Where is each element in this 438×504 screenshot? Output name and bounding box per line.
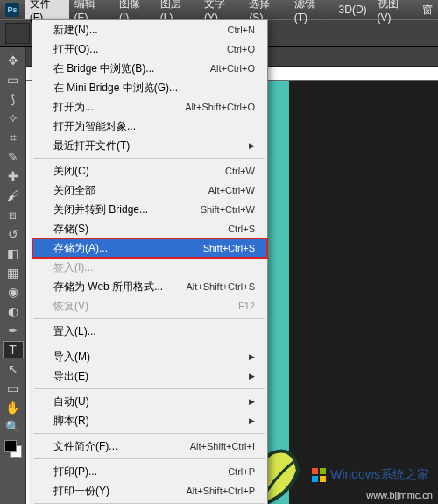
menuitem-label: 签入(I)...: [53, 260, 255, 275]
menuitem-label: 导出(E): [53, 369, 242, 384]
menu-3dd[interactable]: 3D(D): [334, 0, 372, 19]
menu-视图v[interactable]: 视图(V): [372, 0, 417, 19]
gradient-tool-icon[interactable]: ▦: [3, 264, 24, 281]
history-brush-icon[interactable]: ↺: [3, 225, 24, 243]
menu-图像i[interactable]: 图像(I): [114, 0, 155, 19]
lasso-tool-icon[interactable]: ⟆: [3, 90, 24, 108]
wand-tool-icon[interactable]: ✧: [3, 110, 24, 127]
menuitem-脚本r[interactable]: 脚本(R)▶: [32, 411, 267, 430]
crop-tool-icon[interactable]: ⌗: [3, 129, 24, 146]
dodge-tool-icon[interactable]: ◐: [3, 302, 24, 320]
menu-separator: [34, 158, 265, 159]
menuitem-label: 打开为智能对象...: [53, 119, 255, 134]
menuitem-label: 打开(O)...: [53, 42, 227, 57]
menubar: Ps 文件(F)编辑(E)图像(I)图层(L)文字(Y)选择(S)滤镜(T)3D…: [0, 0, 438, 19]
menuitem-label: 在 Bridge 中浏览(B)...: [53, 61, 210, 76]
menuitem-label: 关闭并转到 Bridge...: [53, 202, 201, 217]
menuitem-存储为web所用格式[interactable]: 存储为 Web 所用格式...Alt+Shift+Ctrl+S: [32, 277, 267, 296]
menuitem-label: 存储为(A)...: [53, 241, 203, 256]
hand-tool-icon[interactable]: ✋: [3, 399, 24, 416]
menuitem-新建n[interactable]: 新建(N)...Ctrl+N: [32, 20, 267, 39]
menuitem-label: 在 Mini Bridge 中浏览(G)...: [53, 81, 255, 96]
menuitem-label: 关闭(C): [53, 164, 225, 179]
menuitem-存储s[interactable]: 存储(S)Ctrl+S: [32, 219, 267, 238]
menuitem-打开o[interactable]: 打开(O)...Ctrl+O: [32, 39, 267, 59]
path-select-icon[interactable]: ↖: [3, 360, 24, 378]
menuitem-打开为智能对象[interactable]: 打开为智能对象...: [32, 117, 267, 136]
menuitem-自动u[interactable]: 自动(U)▶: [32, 392, 267, 411]
menu-separator: [34, 458, 265, 459]
menuitem-存储为a[interactable]: 存储为(A)...Shift+Ctrl+S: [32, 238, 267, 258]
svg-rect-1: [320, 468, 326, 474]
shape-tool-icon[interactable]: ▭: [3, 380, 24, 397]
svg-rect-0: [312, 468, 318, 474]
tools-panel: ✥ ▭ ⟆ ✧ ⌗ ✎ ✚ 🖌 ⧇ ↺ ◧ ▦ ◉ ◐ ✒ T ↖ ▭ ✋ 🔍: [0, 47, 26, 504]
menuitem-shortcut: Shift+Ctrl+W: [201, 204, 255, 215]
menuitem-label: 打开为...: [53, 100, 185, 115]
menuitem-label: 置入(L)...: [53, 324, 255, 339]
menuitem-label: 新建(N)...: [53, 23, 228, 38]
fg-color-swatch[interactable]: [4, 440, 17, 452]
menu-编辑e[interactable]: 编辑(E): [69, 0, 114, 19]
menuitem-shortcut: Alt+Shift+Ctrl+S: [186, 281, 255, 292]
type-tool-icon[interactable]: T: [3, 341, 24, 358]
submenu-arrow-icon: ▶: [249, 141, 255, 150]
menuitem-恢复v: 恢复(V)F12: [32, 296, 267, 316]
menuitem-在minibridge中浏览g[interactable]: 在 Mini Bridge 中浏览(G)...: [32, 78, 267, 97]
menu-separator: [34, 433, 265, 434]
heal-tool-icon[interactable]: ✚: [3, 167, 24, 185]
menuitem-导出e[interactable]: 导出(E)▶: [32, 366, 267, 386]
file-menu-dropdown: 新建(N)...Ctrl+N打开(O)...Ctrl+O在 Bridge 中浏览…: [32, 19, 268, 504]
menu-滤镜t[interactable]: 滤镜(T): [289, 0, 334, 19]
menuitem-label: 最近打开文件(T): [53, 138, 242, 153]
menuitem-shortcut: Ctrl+S: [228, 224, 255, 234]
submenu-arrow-icon: ▶: [249, 352, 255, 361]
menu-separator: [34, 388, 265, 389]
menuitem-shortcut: Ctrl+O: [227, 44, 255, 54]
menuitem-shortcut: Shift+Ctrl+S: [203, 243, 255, 253]
menuitem-shortcut: Alt+Ctrl+O: [210, 63, 255, 74]
menuitem-label: 关闭全部: [53, 183, 208, 198]
brush-tool-icon[interactable]: 🖌: [3, 187, 24, 204]
menuitem-导入m[interactable]: 导入(M)▶: [32, 347, 267, 366]
submenu-arrow-icon: ▶: [249, 397, 255, 406]
menuitem-在bridge中浏览b[interactable]: 在 Bridge 中浏览(B)...Alt+Ctrl+O: [32, 59, 267, 78]
tool-preset-picker[interactable]: [5, 23, 30, 44]
eraser-tool-icon[interactable]: ◧: [3, 245, 24, 262]
menu-separator: [34, 344, 265, 344]
menuitem-关闭全部[interactable]: 关闭全部Alt+Ctrl+W: [32, 181, 267, 200]
zoom-tool-icon[interactable]: 🔍: [3, 418, 24, 436]
menuitem-文件简介f[interactable]: 文件简介(F)...Alt+Shift+Ctrl+I: [32, 437, 267, 456]
menu-窗[interactable]: 窗: [417, 0, 438, 19]
move-tool-icon[interactable]: ✥: [3, 52, 24, 69]
watermark-url: www.bjjmmc.cn: [366, 490, 433, 500]
menuitem-shortcut: Ctrl+P: [228, 466, 255, 477]
menuitem-最近打开文件t[interactable]: 最近打开文件(T)▶: [32, 136, 267, 155]
stamp-tool-icon[interactable]: ⧇: [3, 206, 24, 224]
menuitem-label: 存储(S): [53, 222, 228, 237]
blur-tool-icon[interactable]: ◉: [3, 283, 24, 301]
menu-选择s[interactable]: 选择(S): [244, 0, 288, 19]
menuitem-打开为[interactable]: 打开为...Alt+Shift+Ctrl+O: [32, 97, 267, 117]
menu-图层l[interactable]: 图层(L): [155, 0, 199, 19]
menu-文字y[interactable]: 文字(Y): [199, 0, 244, 19]
svg-rect-2: [312, 476, 318, 482]
marquee-tool-icon[interactable]: ▭: [3, 71, 24, 89]
eyedropper-tool-icon[interactable]: ✎: [3, 148, 24, 166]
watermark-brand-text: Windows系统之家: [330, 467, 429, 483]
menuitem-label: 恢复(V): [53, 299, 238, 314]
menu-文件f[interactable]: 文件(F): [25, 0, 69, 19]
color-swatches[interactable]: [4, 440, 22, 458]
pen-tool-icon[interactable]: ✒: [3, 322, 24, 339]
menuitem-签入i: 签入(I)...: [32, 258, 267, 277]
menuitem-label: 脚本(R): [53, 414, 242, 429]
menuitem-打印一份y[interactable]: 打印一份(Y)Alt+Shift+Ctrl+P: [32, 481, 267, 500]
menuitem-关闭c[interactable]: 关闭(C)Ctrl+W: [32, 161, 267, 181]
windows-logo-icon: [311, 467, 327, 483]
menuitem-shortcut: Alt+Shift+Ctrl+I: [190, 441, 255, 451]
submenu-arrow-icon: ▶: [249, 372, 255, 380]
menuitem-label: 打印一份(Y): [53, 484, 186, 499]
menuitem-关闭并转到bridge[interactable]: 关闭并转到 Bridge...Shift+Ctrl+W: [32, 200, 267, 219]
menuitem-置入l[interactable]: 置入(L)...: [32, 322, 267, 341]
menuitem-打印p[interactable]: 打印(P)...Ctrl+P: [32, 462, 267, 481]
